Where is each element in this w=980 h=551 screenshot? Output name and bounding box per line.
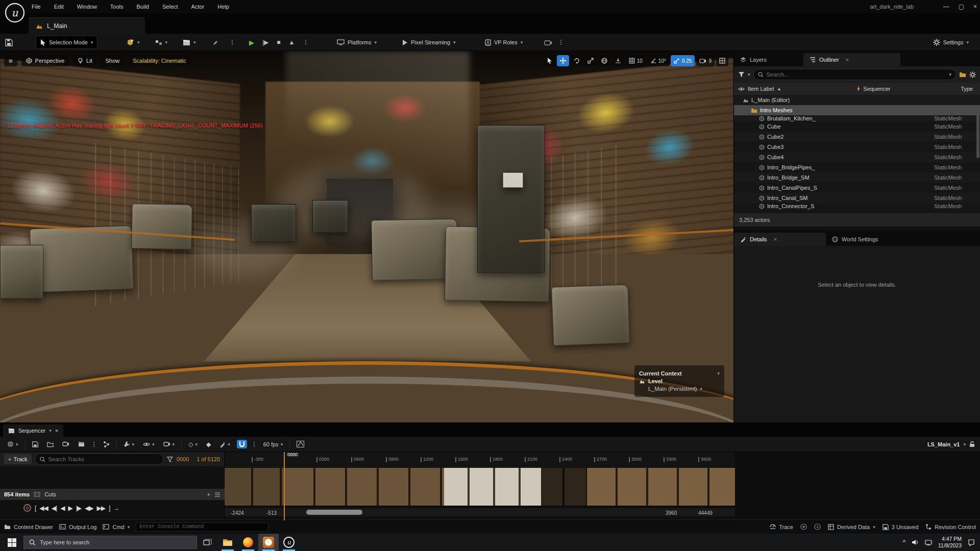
- track-filter-icon[interactable]: [167, 457, 173, 462]
- surface-snap-toggle[interactable]: [612, 55, 624, 66]
- output-log-button[interactable]: Output Log: [59, 524, 96, 530]
- taskbar-clock[interactable]: 4:47 PM 11/8/2023: [938, 536, 962, 549]
- snap-options-kebab[interactable]: [252, 442, 257, 447]
- add-actor-dropdown[interactable]: ▾: [122, 36, 144, 49]
- grid-snap-toggle[interactable]: 10: [626, 55, 646, 66]
- timeline-scrollbar[interactable]: [225, 508, 735, 516]
- scalability-warning-chip[interactable]: Scalability: Cinematic: [128, 55, 191, 66]
- tab-world-settings[interactable]: World Settings: [826, 233, 884, 246]
- notifications-icon[interactable]: [968, 539, 975, 546]
- stop-button[interactable]: ■: [277, 39, 280, 46]
- lit-mode-dropdown[interactable]: Lit: [73, 55, 97, 66]
- col-item-label[interactable]: Item Label: [748, 86, 774, 92]
- editor-modes-button[interactable]: [207, 36, 223, 49]
- camera-speed-control[interactable]: 9: [696, 55, 715, 66]
- vp-roles-dropdown[interactable]: VP Roles ▾: [481, 36, 527, 49]
- playback-mode-button[interactable]: →: [113, 505, 119, 512]
- sequencer-actions-dropdown[interactable]: ▾: [121, 440, 137, 448]
- outliner-settings-gear-icon[interactable]: [969, 71, 976, 78]
- snap-toggle[interactable]: [237, 440, 247, 448]
- outliner-row[interactable]: Intro Meshes: [734, 105, 980, 115]
- capture-options-kebab[interactable]: [558, 40, 564, 45]
- track-list-icon[interactable]: [214, 492, 220, 497]
- current-frame-readout[interactable]: 0000: [177, 456, 189, 462]
- tab-l-main[interactable]: L_Main: [29, 17, 145, 34]
- menu-actor[interactable]: Actor: [191, 4, 205, 10]
- folder-icon[interactable]: [959, 71, 966, 78]
- outliner-row[interactable]: Intro_Canal_SMStaticMesh: [734, 193, 980, 203]
- cinematics-dropdown[interactable]: ▾: [179, 36, 200, 49]
- trace-button[interactable]: Trace: [770, 524, 793, 530]
- revision-control-button[interactable]: Revision Control: [925, 523, 976, 530]
- outliner-row[interactable]: Intro_BridgePipes_StaticMesh: [734, 162, 980, 172]
- play-reverse-button[interactable]: ◀: [60, 505, 64, 512]
- actions-hierarchy-button[interactable]: [101, 440, 112, 448]
- auto-key-toggle[interactable]: ◆: [204, 440, 213, 449]
- previous-shot-button[interactable]: ◀◀: [39, 505, 47, 512]
- jump-to-start-button[interactable]: [: [35, 505, 36, 512]
- frame-skip-button[interactable]: |▶: [262, 39, 268, 46]
- view-range-start[interactable]: 3960: [666, 510, 677, 516]
- scale-tool[interactable]: [584, 55, 597, 66]
- file-explorer-icon[interactable]: [217, 534, 238, 551]
- visibility-eye-icon[interactable]: [738, 87, 745, 91]
- sequencer-browse-button[interactable]: [45, 440, 56, 448]
- render-movie-button[interactable]: [76, 440, 87, 448]
- timeline-scroll-thumb[interactable]: [306, 510, 362, 515]
- pixel-streaming-dropdown[interactable]: Pixel Streaming ▾: [397, 36, 460, 49]
- sequencer-view-options-dropdown[interactable]: ▾: [141, 441, 157, 448]
- blueprints-dropdown[interactable]: ▾: [151, 36, 172, 49]
- col-sequencer[interactable]: Sequencer: [863, 86, 890, 92]
- jump-to-end-button[interactable]: ]: [109, 505, 110, 512]
- outliner-row[interactable]: Cube3StaticMesh: [734, 142, 980, 152]
- play-button[interactable]: ▶: [249, 39, 254, 46]
- eject-button[interactable]: ▲: [289, 39, 295, 46]
- view-range-end[interactable]: 44449: [698, 510, 713, 516]
- menu-edit[interactable]: Edit: [54, 4, 64, 10]
- close-outliner-tab[interactable]: ×: [846, 57, 849, 63]
- unreal-editor-taskbar-icon[interactable]: [258, 534, 279, 551]
- menu-select[interactable]: Select: [162, 4, 178, 10]
- context-level-value[interactable]: L_Main (Persistent): [648, 386, 697, 392]
- track-search-input[interactable]: [48, 456, 159, 462]
- working-range-start[interactable]: -2424: [231, 510, 244, 516]
- capture-icon[interactable]: [544, 39, 552, 46]
- col-type[interactable]: Type: [961, 86, 973, 92]
- minimize-button[interactable]: —: [943, 3, 949, 10]
- edit-mode-dropdown[interactable]: ▾: [217, 440, 232, 448]
- select-tool[interactable]: [544, 55, 555, 66]
- outliner-row[interactable]: CubeStaticMesh: [734, 121, 980, 132]
- move-tool[interactable]: [557, 55, 569, 66]
- outliner-row[interactable]: Cube4StaticMesh: [734, 152, 980, 162]
- sequencer-render-kebab[interactable]: [91, 442, 96, 447]
- cmd-dropdown[interactable]: Cmd ▾: [103, 524, 130, 530]
- scale-snap-toggle[interactable]: 0.25: [671, 55, 695, 66]
- automation-icon[interactable]: A: [814, 523, 821, 530]
- tab-outliner[interactable]: Outliner ×: [803, 53, 900, 66]
- track-searchbox[interactable]: [35, 454, 163, 465]
- keyframe-options-dropdown[interactable]: ◇ ▾: [186, 440, 200, 449]
- sequencer-save-button[interactable]: [30, 440, 40, 448]
- play-forward-button[interactable]: ▶: [68, 505, 72, 512]
- level-viewport[interactable]: 11 light(s) skipped. Active Ray Tracing …: [0, 51, 733, 422]
- filter-icon[interactable]: [738, 71, 745, 78]
- unsaved-button[interactable]: 3 Unsaved: [883, 524, 919, 530]
- fps-dropdown[interactable]: 60 fps ▾: [261, 440, 285, 448]
- context-collapse-chevron[interactable]: ▾: [717, 371, 720, 376]
- rotate-tool[interactable]: [571, 55, 583, 66]
- working-range-end[interactable]: -513: [266, 510, 277, 516]
- create-camera-button[interactable]: [60, 440, 71, 448]
- outliner-row[interactable]: Brutalism_Kitchen_StaticMesh: [734, 115, 980, 121]
- selection-mode-dropdown[interactable]: Selection Mode ▾: [36, 36, 97, 49]
- timeline-playhead[interactable]: [284, 452, 285, 520]
- lock-icon[interactable]: [969, 441, 975, 447]
- add-section-plus[interactable]: +: [207, 491, 210, 497]
- console-command-input[interactable]: [136, 522, 268, 532]
- outliner-row[interactable]: Intro_Connector_SStaticMesh: [734, 203, 980, 209]
- viewport-layout-button[interactable]: [716, 55, 728, 66]
- show-dropdown[interactable]: Show: [101, 55, 125, 66]
- record-button[interactable]: [23, 504, 31, 512]
- menu-file[interactable]: File: [32, 4, 41, 10]
- close-button[interactable]: ×: [973, 3, 977, 10]
- perspective-dropdown[interactable]: Perspective: [21, 55, 69, 66]
